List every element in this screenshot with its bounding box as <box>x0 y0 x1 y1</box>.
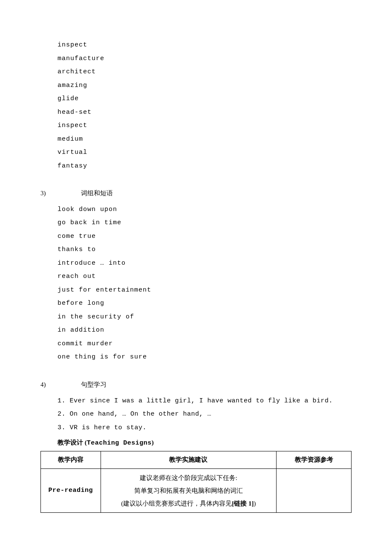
design-header-close: ) <box>152 439 154 446</box>
section-number: 4) <box>40 379 55 391</box>
phrase-item: in the security of <box>58 310 352 324</box>
word-item: architect <box>58 65 352 79</box>
phrase-item: before long <box>58 297 352 310</box>
phrase-item: look down upon <box>58 203 352 217</box>
table-header-row: 教学内容 教学实施建议 教学资源参考 <box>41 451 352 468</box>
table-header-suggestion: 教学实施建议 <box>101 451 276 468</box>
phrase-item: go back in time <box>58 216 352 230</box>
section-number: 3) <box>40 188 55 199</box>
table-cell-suggestion: 建议老师在这个阶段完成以下任务: 简单复习和拓展有关电脑和网络的词汇 (建议以小… <box>101 468 276 512</box>
phrase-item: introduce … into <box>58 257 352 270</box>
design-header-cn: 教学设计 ( <box>58 439 87 446</box>
section-title: 词组和短语 <box>81 188 113 199</box>
word-item: virtual <box>58 146 352 159</box>
word-item: head-set <box>58 106 352 119</box>
table-header-content: 教学内容 <box>41 451 101 468</box>
phrase-item: one thing is for sure <box>58 350 352 364</box>
phrase-item: thanks to <box>58 243 352 257</box>
phrase-item: commit murder <box>58 337 352 351</box>
word-item: inspect <box>58 119 352 133</box>
suggestion-text: ) <box>254 500 256 507</box>
section-title: 句型学习 <box>81 379 107 391</box>
link-reference: [链接 1] <box>232 500 254 507</box>
word-item: manufacture <box>58 52 352 66</box>
word-item: inspect <box>58 38 352 52</box>
vocabulary-word-list: inspect manufacture architect amazing gl… <box>58 38 352 173</box>
word-item: fantasy <box>58 159 352 173</box>
sentence-item: 1. Ever since I was a little girl, I hav… <box>58 394 352 408</box>
phrase-item: just for entertainment <box>58 283 352 297</box>
section-3-header: 3) 词组和短语 <box>40 188 352 199</box>
design-header-en: Teaching Designs <box>87 439 152 447</box>
phrase-item: reach out <box>58 270 352 283</box>
sentence-item: 2. On one hand, … On the other hand, … <box>58 408 352 421</box>
phrase-list: look down upon go back in time come true… <box>58 203 352 364</box>
sentence-item: 3. VR is here to stay. <box>58 421 352 435</box>
suggestion-text: (建议以小组竞赛形式进行，具体内容见 <box>121 500 232 507</box>
teaching-design-header: 教学设计 (Teaching Designs) <box>58 437 352 449</box>
word-item: glide <box>58 92 352 106</box>
suggestion-line: 简单复习和拓展有关电脑和网络的词汇 <box>104 484 273 497</box>
table-header-resource: 教学资源参考 <box>277 451 352 468</box>
sentence-list: 1. Ever since I was a little girl, I hav… <box>58 394 352 435</box>
table-row: Pre-reading 建议老师在这个阶段完成以下任务: 简单复习和拓展有关电脑… <box>41 468 352 512</box>
table-cell-content: Pre-reading <box>41 468 101 512</box>
phrase-item: in addition <box>58 324 352 337</box>
word-item: medium <box>58 133 352 146</box>
teaching-design-table: 教学内容 教学实施建议 教学资源参考 Pre-reading 建议老师在这个阶段… <box>40 451 352 513</box>
section-4-header: 4) 句型学习 <box>40 379 352 391</box>
word-item: amazing <box>58 79 352 92</box>
suggestion-line: (建议以小组竞赛形式进行，具体内容见[链接 1]) <box>104 497 273 510</box>
suggestion-line: 建议老师在这个阶段完成以下任务: <box>104 471 273 484</box>
table-cell-resource <box>277 468 352 512</box>
phrase-item: come true <box>58 230 352 243</box>
